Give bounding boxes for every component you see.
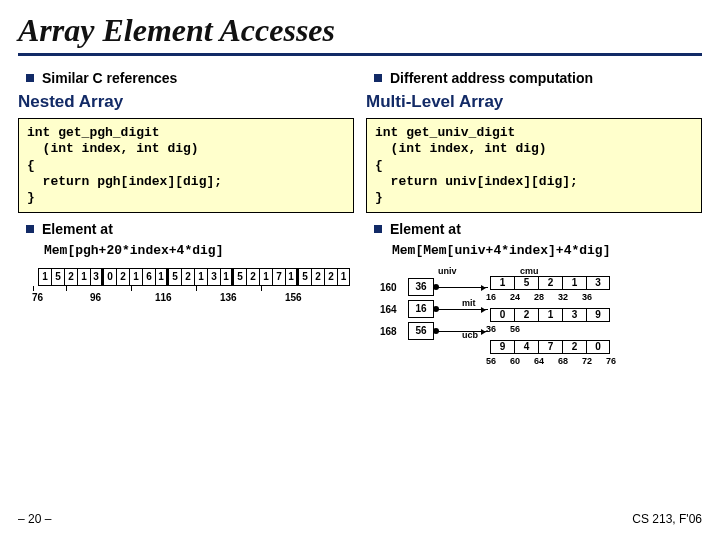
bullet-similar: Similar C references	[26, 70, 354, 86]
array-cell: 1	[562, 276, 586, 290]
array-cell: 2	[538, 276, 562, 290]
diagram-nested: 152130216152131521715221 7696116136156	[38, 268, 360, 398]
course-label: CS 213, F'06	[632, 512, 702, 526]
right-column: Different address computation Multi-Leve…	[366, 66, 702, 258]
square-bullet-icon	[374, 225, 382, 233]
addr-label: 36	[486, 324, 496, 334]
array-cell: 9	[586, 308, 610, 322]
square-bullet-icon	[26, 225, 34, 233]
array-cell: 1	[129, 268, 142, 286]
addr-label: 36	[582, 292, 592, 302]
page-title: Array Element Accesses	[18, 12, 702, 49]
row-ucb: 94720	[490, 340, 610, 354]
addr-label: 68	[558, 356, 568, 366]
array-cell: 1	[77, 268, 90, 286]
nested-ticks: 7696116136156	[38, 292, 360, 303]
columns: Similar C references Nested Array int ge…	[18, 66, 702, 258]
array-cell: 2	[246, 268, 259, 286]
array-cell: 1	[194, 268, 207, 286]
array-cell: 5	[168, 268, 181, 286]
addr-label: 24	[510, 292, 520, 302]
section-multi: Multi-Level Array	[366, 92, 702, 112]
addr-label: 60	[510, 356, 520, 366]
nested-array-row: 152130216152131521715221	[38, 268, 360, 286]
addr-label: 76	[606, 356, 616, 366]
array-cell: 9	[490, 340, 514, 354]
bullet-text: Similar C references	[42, 70, 177, 86]
array-cell: 2	[311, 268, 324, 286]
addr-168: 168	[380, 326, 397, 337]
arrow-line	[438, 331, 488, 332]
arrow-line	[438, 309, 488, 310]
array-cell: 6	[142, 268, 155, 286]
label-univ: univ	[438, 266, 457, 276]
array-cell: 0	[586, 340, 610, 354]
bullet-element-left: Element at	[26, 221, 354, 237]
array-cell: 2	[514, 308, 538, 322]
bullet-text: Different address computation	[390, 70, 593, 86]
addr-label: 64	[534, 356, 544, 366]
box-36: 36	[408, 278, 434, 296]
addr-label: 16	[486, 292, 496, 302]
label-mit: mit	[462, 298, 476, 308]
diagrams: 152130216152131521715221 7696116136156 u…	[18, 268, 702, 398]
array-cell: 2	[116, 268, 129, 286]
bullet-text: Element at	[390, 221, 461, 237]
array-cell: 1	[538, 308, 562, 322]
slide: Array Element Accesses Similar C referen…	[0, 0, 720, 540]
array-cell: 5	[298, 268, 311, 286]
tick-label: 156	[228, 292, 293, 303]
addr-label: 28	[534, 292, 544, 302]
bullet-text: Element at	[42, 221, 113, 237]
arrow-line	[438, 287, 488, 288]
square-bullet-icon	[26, 74, 34, 82]
footer: – 20 – CS 213, F'06	[18, 512, 702, 526]
label-cmu: cmu	[520, 266, 539, 276]
array-cell: 5	[514, 276, 538, 290]
array-cell: 4	[514, 340, 538, 354]
array-cell: 7	[272, 268, 285, 286]
array-cell: 3	[562, 308, 586, 322]
square-bullet-icon	[374, 74, 382, 82]
array-cell: 1	[259, 268, 272, 286]
bullet-element-right: Element at	[374, 221, 702, 237]
tick-label: 116	[98, 292, 163, 303]
array-cell: 1	[220, 268, 233, 286]
array-cell: 7	[538, 340, 562, 354]
array-cell: 0	[103, 268, 116, 286]
addr-label: 56	[486, 356, 496, 366]
array-cell: 5	[233, 268, 246, 286]
section-nested: Nested Array	[18, 92, 354, 112]
tick-label: 136	[163, 292, 228, 303]
left-column: Similar C references Nested Array int ge…	[18, 66, 354, 258]
array-cell: 3	[207, 268, 220, 286]
mem-expr-left: Mem[pgh+20*index+4*dig]	[44, 243, 354, 258]
array-cell: 1	[490, 276, 514, 290]
diagram-multi: univ 160 164 168 36 16 56 cmu 15213 mit …	[380, 268, 702, 398]
code-multi: int get_univ_digit (int index, int dig) …	[366, 118, 702, 213]
array-cell: 2	[324, 268, 337, 286]
array-cell: 5	[51, 268, 64, 286]
tick-label: 96	[33, 292, 98, 303]
box-16: 16	[408, 300, 434, 318]
row-mit: 02139	[490, 308, 610, 322]
title-rule	[18, 53, 702, 56]
array-cell: 1	[38, 268, 51, 286]
mem-expr-right: Mem[Mem[univ+4*index]+4*dig]	[392, 243, 702, 258]
array-cell: 1	[337, 268, 350, 286]
array-cell: 0	[490, 308, 514, 322]
array-cell: 2	[181, 268, 194, 286]
bullet-diff: Different address computation	[374, 70, 702, 86]
array-cell: 2	[562, 340, 586, 354]
array-cell: 3	[586, 276, 610, 290]
addr-160: 160	[380, 282, 397, 293]
addr-164: 164	[380, 304, 397, 315]
addr-label: 32	[558, 292, 568, 302]
row-cmu: 15213	[490, 276, 610, 290]
array-cell: 1	[285, 268, 298, 286]
array-cell: 2	[64, 268, 77, 286]
addr-label: 72	[582, 356, 592, 366]
addr-label: 56	[510, 324, 520, 334]
code-nested: int get_pgh_digit (int index, int dig) {…	[18, 118, 354, 213]
array-cell: 3	[90, 268, 103, 286]
